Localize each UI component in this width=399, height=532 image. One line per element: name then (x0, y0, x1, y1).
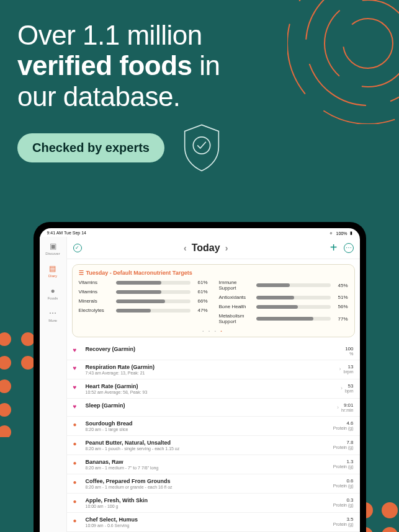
target-label: Vitamins (79, 289, 112, 295)
target-pct: 56% (334, 304, 348, 309)
sidebar-item-more[interactable]: ⋯More (48, 309, 57, 322)
item-title: Peanut Butter, Natural, Unsalted (86, 440, 328, 446)
target-row: Vitamins61% (79, 280, 208, 285)
health-icon: ♥ (73, 384, 81, 391)
list-item[interactable]: ● Chef Select, Humus 10:09 am - 0.6 Serv… (67, 513, 360, 532)
target-pct: 66% (194, 298, 208, 304)
foods-icon: ● (48, 286, 57, 295)
shield-check-icon (179, 123, 224, 174)
experts-badge: Checked by experts (17, 133, 164, 162)
item-value: 0.6 (346, 478, 353, 484)
sidebar-item-foods[interactable]: ●Foods (48, 286, 58, 300)
list-item[interactable]: ● Sourdough Bread 8:20 am - 1 large slic… (67, 417, 360, 436)
date-navigator[interactable]: ‹ Today › (184, 242, 228, 254)
sidebar-item-label: Diary (48, 274, 57, 278)
target-label: Minerals (79, 298, 112, 304)
more-icon: ⋯ (48, 309, 57, 317)
chevron-right-icon: › (339, 366, 341, 372)
target-pct: 45% (334, 283, 348, 288)
health-icon: ♥ (73, 365, 81, 371)
more-menu-button[interactable]: ⋯ (344, 243, 354, 253)
item-subtitle: 7:43 am Average: 13, Peak: 21 (86, 371, 334, 375)
progress-bar (256, 296, 331, 299)
svg-point-8 (0, 379, 11, 393)
targets-title: ☰ Tuesday - Default Macronutrient Target… (79, 270, 348, 276)
food-icon: ● (73, 421, 81, 428)
list-item[interactable]: ♥ Recovery (Garmin) 100% (67, 342, 360, 360)
item-value: 100 (345, 346, 353, 352)
target-pct: 61% (194, 289, 208, 295)
item-value: 4.6 (346, 420, 353, 426)
battery-percent: 100% (336, 231, 347, 236)
target-row: Bone Health56% (219, 304, 348, 309)
item-subtitle: 8:20 am - 1 medium - 7" to 7 7/8" long (86, 466, 328, 470)
chevron-right-icon[interactable]: › (225, 243, 228, 253)
diary-icon: ▤ (48, 264, 57, 273)
item-value: 9:01 (344, 402, 354, 408)
sidebar-item-label: More (48, 319, 57, 322)
item-subtitle: 10:00 am - 100 g (86, 504, 328, 508)
item-value: 3.5 (346, 516, 353, 522)
list-item[interactable]: ♥ Heart Rate (Garmin) 10:52 am Average: … (67, 379, 360, 399)
item-unit: Protein (g) (333, 503, 354, 507)
progress-bar (256, 305, 331, 309)
item-unit: Protein (g) (333, 522, 354, 526)
item-title: Heart Rate (Garmin) (86, 383, 336, 389)
item-unit: hr:min (341, 408, 353, 412)
chevron-left-icon[interactable]: ‹ (184, 243, 187, 253)
progress-bar (116, 299, 191, 303)
list-item[interactable]: ♥ Sleep (Garmin) › 9:01hr:min (67, 399, 360, 417)
item-subtitle: 10:09 am - 0.6 Serving (86, 523, 328, 528)
menu-icon: ☰ (79, 270, 84, 276)
item-title: Bananas, Raw (86, 459, 328, 465)
list-item[interactable]: ● Peanut Butter, Natural, Unsalted 8:20 … (67, 436, 360, 455)
item-title: Apple, Fresh, With Skin (86, 497, 328, 503)
sidebar-item-label: Discover (45, 252, 60, 255)
target-label: Bone Health (219, 304, 253, 309)
item-unit: bpm (345, 389, 354, 393)
sidebar: ▣Discover▤Diary●Foods⋯More (40, 237, 67, 532)
item-value: 1.3 (346, 459, 353, 464)
check-circle-icon[interactable]: ✓ (73, 244, 82, 252)
target-row: Antioxidants51% (219, 295, 348, 300)
chevron-right-icon: › (337, 404, 339, 410)
macronutrient-targets-card[interactable]: ☰ Tuesday - Default Macronutrient Target… (72, 264, 355, 337)
progress-bar (256, 283, 331, 287)
item-unit: Protein (g) (333, 484, 354, 488)
list-item[interactable]: ♥ Respiration Rate (Garmin) 7:43 am Aver… (67, 360, 360, 379)
item-title: Recovery (Garmin) (86, 346, 341, 352)
food-icon: ● (73, 479, 81, 485)
svg-point-4 (0, 332, 11, 346)
status-right: ᯤ 100% ▮ (330, 231, 352, 236)
item-title: Sourdough Bread (86, 420, 328, 427)
sidebar-item-diary[interactable]: ▤Diary (48, 264, 57, 278)
item-unit: % (345, 352, 353, 356)
tablet-frame: 9:41 AM Tue Sep 14 ᯤ 100% ▮ ▣Discover▤Di… (34, 222, 366, 532)
sidebar-item-discover[interactable]: ▣Discover (45, 242, 60, 255)
chevron-right-icon: › (341, 385, 343, 391)
list-item[interactable]: ● Apple, Fresh, With Skin 10:00 am - 100… (67, 494, 360, 513)
target-row: Minerals66% (79, 298, 208, 304)
battery-icon: ▮ (350, 231, 352, 236)
today-label: Today (192, 242, 220, 254)
page-indicator: • • • • (79, 329, 348, 333)
add-button[interactable]: + (330, 241, 338, 255)
item-subtitle: 8:20 am - 1 pouch - single serving - eac… (86, 446, 328, 451)
item-value: 0.3 (346, 497, 353, 503)
topbar: ✓ ‹ Today › + ⋯ (67, 237, 360, 259)
target-label: Antioxidants (219, 295, 253, 300)
app-screen: 9:41 AM Tue Sep 14 ᯤ 100% ▮ ▣Discover▤Di… (40, 228, 360, 532)
list-item[interactable]: ● Bananas, Raw 8:20 am - 1 medium - 7" t… (67, 455, 360, 474)
progress-bar (116, 290, 191, 294)
item-unit: brpm (344, 370, 354, 374)
diary-list[interactable]: ♥ Recovery (Garmin) 100% ♥ Respiration R… (67, 342, 360, 532)
list-item[interactable]: ● Coffee, Prepared From Grounds 8:20 am … (67, 474, 360, 494)
target-row: Metabolism Support77% (219, 313, 348, 324)
hero: Over 1.1 million verified foods in our d… (0, 0, 399, 174)
progress-bar (116, 281, 191, 285)
target-row: Electrolytes47% (79, 308, 208, 313)
target-row: Vitamins61% (79, 289, 208, 295)
target-label: Metabolism Support (219, 313, 253, 324)
item-value: 7.8 (346, 440, 353, 445)
discover-icon: ▣ (48, 242, 57, 250)
